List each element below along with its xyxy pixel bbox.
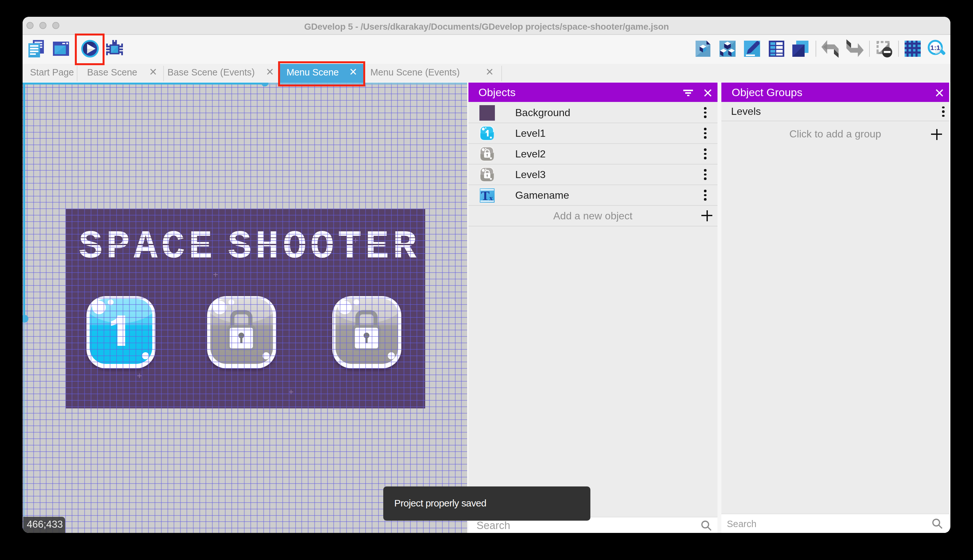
svg-text:1:1: 1:1 bbox=[930, 43, 940, 51]
svg-text:T: T bbox=[481, 188, 490, 203]
svg-text:x: x bbox=[490, 193, 493, 202]
